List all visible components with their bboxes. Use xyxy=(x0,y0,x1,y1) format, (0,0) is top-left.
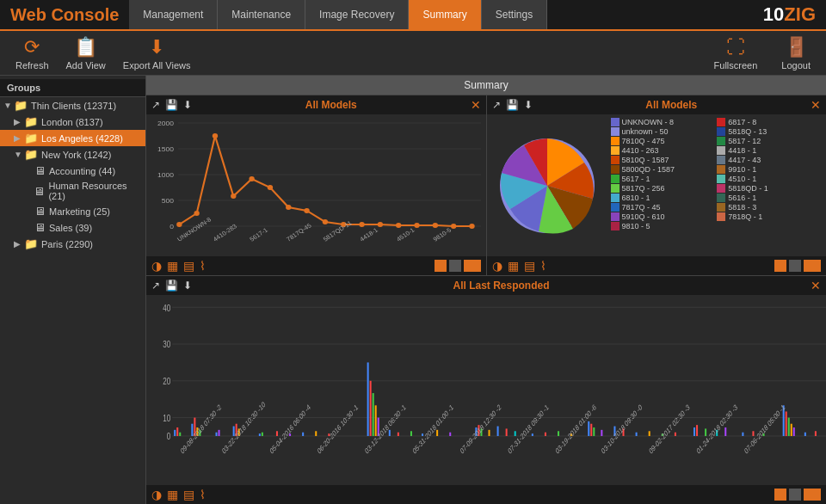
download-chart3-icon[interactable]: ⬇ xyxy=(183,280,192,292)
refresh-button[interactable]: ⟳ Refresh xyxy=(7,34,58,72)
logo-right-accent: ZIG xyxy=(784,3,816,25)
tab-settings[interactable]: Settings xyxy=(482,0,547,29)
item-label: Human Resources (21) xyxy=(48,181,142,201)
tab-management[interactable]: Management xyxy=(129,0,218,29)
svg-rect-68 xyxy=(375,405,377,436)
fullscreen-button[interactable]: ⛶ Fullscreen xyxy=(706,34,767,72)
legend-unknown: UNKNOWN - 8 xyxy=(611,118,717,126)
pie2-icon[interactable]: ◑ xyxy=(492,259,502,273)
sidebar-item-accounting[interactable]: 🖥 Accounting (44) xyxy=(0,163,145,179)
legend-color xyxy=(611,146,620,155)
pie-icon[interactable]: ◑ xyxy=(151,259,162,273)
svg-rect-106 xyxy=(786,411,787,436)
svg-rect-90 xyxy=(601,430,602,436)
export-label: Export All Views xyxy=(123,60,191,71)
svg-rect-79 xyxy=(489,430,490,436)
line3-icon[interactable]: ⌇ xyxy=(200,488,206,501)
legend-5910q: 5910Q - 610 xyxy=(611,212,717,221)
sidebar-title: Groups xyxy=(0,79,145,97)
content-title: Summary xyxy=(146,76,826,95)
area3-icon[interactable]: ▤ xyxy=(183,488,194,501)
bar-icon[interactable]: ▦ xyxy=(167,259,178,273)
legend-5617: 5617 - 1 xyxy=(611,175,717,183)
bar3-icon[interactable]: ▦ xyxy=(167,488,178,501)
legend-color xyxy=(611,222,620,230)
sidebar-item-new-york[interactable]: ▼ 📁 New York (1242) xyxy=(0,146,145,163)
svg-point-14 xyxy=(249,176,254,181)
export-chart3-icon[interactable]: ↗ xyxy=(151,280,160,292)
toolbar-right: ⛶ Fullscreen 🚪 Logout xyxy=(706,34,819,72)
chart2-body: UNKNOWN - 8 6817 - 8 unknown - 50 5818Q … xyxy=(487,114,827,256)
legend-color xyxy=(611,203,620,212)
pie3-icon[interactable]: ◑ xyxy=(151,488,162,501)
sidebar-item-sales[interactable]: 🖥 Sales (39) xyxy=(0,219,145,236)
save-chart2-icon[interactable]: 💾 xyxy=(506,99,519,111)
expand-icon: ▶ xyxy=(14,117,24,126)
save-chart3-icon[interactable]: 💾 xyxy=(165,280,178,292)
logout-button[interactable]: 🚪 Logout xyxy=(773,34,819,72)
svg-rect-108 xyxy=(791,424,792,436)
chart1-close[interactable]: ✕ xyxy=(471,98,481,112)
expand-icon: ▶ xyxy=(14,133,24,143)
svg-point-12 xyxy=(213,133,218,138)
svg-point-25 xyxy=(451,224,456,229)
svg-rect-85 xyxy=(558,431,559,436)
chart1-footer: ◑ ▦ ▤ ⌇ xyxy=(146,256,486,275)
legend-color xyxy=(611,156,620,164)
svg-rect-62 xyxy=(302,433,304,436)
svg-text:1000: 1000 xyxy=(157,171,174,179)
legend-9910: 9910 - 1 xyxy=(717,165,823,174)
svg-rect-65 xyxy=(367,362,369,436)
logout-icon: 🚪 xyxy=(785,36,808,58)
tab-summary[interactable]: Summary xyxy=(409,0,481,29)
sidebar-item-los-angeles[interactable]: ▶ 📁 Los Angeles (4228) xyxy=(0,130,145,146)
legend-color xyxy=(611,137,620,145)
legend-5818qd: 5818QD - 1 xyxy=(717,184,823,193)
tab-image-recovery[interactable]: Image Recovery xyxy=(305,0,409,29)
svg-text:4510-1: 4510-1 xyxy=(395,226,416,243)
bar2-icon[interactable]: ▦ xyxy=(508,259,519,273)
svg-text:9810-5: 9810-5 xyxy=(432,226,453,243)
item-label: New York (1242) xyxy=(41,150,111,160)
sidebar-item-marketing[interactable]: 🖥 Marketing (25) xyxy=(0,203,145,219)
svg-rect-80 xyxy=(497,427,499,436)
chart1-title: All Models xyxy=(197,99,465,111)
svg-rect-96 xyxy=(675,433,676,436)
svg-rect-81 xyxy=(506,428,508,436)
download-chart2-icon[interactable]: ⬇ xyxy=(524,99,533,111)
export-chart-icon[interactable]: ↗ xyxy=(151,99,160,111)
line-icon[interactable]: ⌇ xyxy=(200,259,206,273)
svg-rect-54 xyxy=(219,430,220,436)
svg-rect-60 xyxy=(276,431,278,436)
export-icon: ⬇ xyxy=(149,36,164,58)
download-chart-icon[interactable]: ⬇ xyxy=(183,99,192,111)
area2-icon[interactable]: ▤ xyxy=(524,259,535,273)
add-view-button[interactable]: 📋 Add View xyxy=(58,34,114,72)
export-chart2-icon[interactable]: ↗ xyxy=(492,99,501,111)
item-label: Sales (39) xyxy=(49,223,92,233)
save-chart-icon[interactable]: 💾 xyxy=(165,99,178,111)
line2-icon[interactable]: ⌇ xyxy=(540,259,546,273)
fullscreen-label: Fullscreen xyxy=(714,60,758,71)
legend-7810q: 7810Q - 475 xyxy=(611,137,717,145)
export-button[interactable]: ⬇ Export All Views xyxy=(114,34,200,72)
legend-area: UNKNOWN - 8 6817 - 8 unknown - 50 5818Q … xyxy=(607,114,827,256)
chart3-close[interactable]: ✕ xyxy=(811,279,821,292)
legend-color xyxy=(611,184,620,193)
sidebar-item-london[interactable]: ▶ 📁 London (8137) xyxy=(0,114,145,130)
sidebar-item-thin-clients[interactable]: ▼ 📁 Thin Clients (12371) xyxy=(0,97,145,114)
svg-point-11 xyxy=(194,211,199,216)
header: Web Console Management Maintenance Image… xyxy=(0,0,826,31)
chart2-close[interactable]: ✕ xyxy=(811,98,821,112)
svg-rect-71 xyxy=(398,433,399,436)
svg-rect-82 xyxy=(515,431,516,436)
area-icon[interactable]: ▤ xyxy=(183,259,194,273)
sidebar-item-paris[interactable]: ▶ 📁 Paris (2290) xyxy=(0,236,145,252)
sidebar-item-hr[interactable]: 🖥 Human Resources (21) xyxy=(0,179,145,203)
svg-rect-88 xyxy=(590,424,592,436)
fullscreen-icon: ⛶ xyxy=(726,36,745,58)
expand-icon: ▼ xyxy=(14,150,24,159)
tab-maintenance[interactable]: Maintenance xyxy=(218,0,305,29)
svg-rect-111 xyxy=(815,431,817,436)
legend-5817-12: 5817 - 12 xyxy=(717,137,823,145)
